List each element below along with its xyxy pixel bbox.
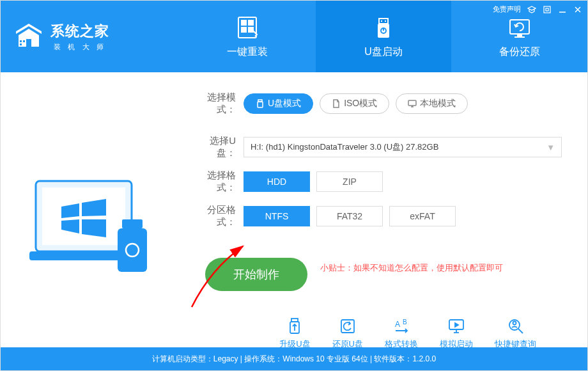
svg-line-41 xyxy=(518,329,523,333)
svg-rect-17 xyxy=(546,8,548,11)
graduation-icon[interactable] xyxy=(527,5,536,14)
chevron-down-icon: ▼ xyxy=(546,143,555,152)
svg-rect-10 xyxy=(385,20,386,22)
svg-rect-15 xyxy=(514,36,525,38)
settings-icon[interactable] xyxy=(543,5,552,14)
status-footer: 计算机启动类型：Legacy | 操作系统：Windows 10 专业版 64位… xyxy=(1,347,587,370)
partition-row: 分区格式： NTFS FAT32 exFAT xyxy=(192,204,562,228)
backup-restore-icon xyxy=(507,15,532,40)
svg-rect-24 xyxy=(122,219,143,228)
svg-rect-25 xyxy=(118,228,147,272)
close-button[interactable] xyxy=(573,5,582,14)
mode-label: 选择模式： xyxy=(192,91,244,116)
start-row: 开始制作 小贴士：如果不知道怎么配置，使用默认配置即可 xyxy=(192,245,562,291)
mode-iso[interactable]: ISO模式 xyxy=(320,93,389,114)
svg-rect-29 xyxy=(408,100,416,106)
mode-row: 选择模式： U盘模式 ISO模式 本地模式 xyxy=(192,91,562,116)
tab-reinstall[interactable]: 一键重装 xyxy=(180,1,316,72)
partition-exfat[interactable]: exFAT xyxy=(389,206,456,226)
action-upgrade-usb[interactable]: 升级U盘 xyxy=(279,317,310,350)
svg-rect-9 xyxy=(381,20,382,22)
action-hotkey-query[interactable]: 快捷键查询 xyxy=(495,317,536,350)
svg-text:B: B xyxy=(403,319,407,326)
tip-text: 小贴士：如果不知道怎么配置，使用默认配置即可 xyxy=(320,262,503,274)
app-header: 系统之家 装 机 大 师 一键重装 U盘启动 备份还原 免责声明 xyxy=(1,1,587,72)
svg-rect-4 xyxy=(241,20,247,26)
minimize-button[interactable] xyxy=(558,5,567,14)
monitor-icon xyxy=(447,317,466,336)
tab-usb-boot[interactable]: U盘启动 xyxy=(316,1,452,72)
usb-value: H:I: (hd1) KingstonDataTraveler 3.0 (U盘)… xyxy=(251,141,438,153)
restore-icon xyxy=(338,317,357,336)
svg-rect-5 xyxy=(248,20,254,26)
svg-point-42 xyxy=(513,322,516,325)
usb-dropdown[interactable]: H:I: (hd1) KingstonDataTraveler 3.0 (U盘)… xyxy=(244,137,562,157)
action-format-convert[interactable]: AB 格式转换 xyxy=(385,317,418,350)
logo-subtitle: 装 机 大 师 xyxy=(50,42,109,52)
left-illustration xyxy=(1,72,180,347)
logo-title: 系统之家 xyxy=(50,22,109,41)
format-hdd[interactable]: HDD xyxy=(244,171,310,192)
disclaimer-link[interactable]: 免责声明 xyxy=(493,4,521,14)
bottom-actions: 升级U盘 还原U盘 AB 格式转换 模拟启动 快捷键查询 xyxy=(192,310,562,350)
window-controls: 免责声明 xyxy=(493,4,582,14)
action-simulate-boot[interactable]: 模拟启动 xyxy=(440,317,473,350)
svg-rect-6 xyxy=(241,27,247,33)
usb-label: 选择U盘： xyxy=(192,135,244,159)
svg-rect-1 xyxy=(23,40,25,42)
mode-usb[interactable]: U盘模式 xyxy=(244,93,313,114)
svg-rect-14 xyxy=(517,34,522,36)
svg-rect-16 xyxy=(544,6,550,13)
logo-area: 系统之家 装 机 大 师 xyxy=(1,1,180,72)
partition-fat32[interactable]: FAT32 xyxy=(316,206,383,226)
svg-rect-8 xyxy=(379,19,388,24)
partition-label: 分区格式： xyxy=(192,204,244,228)
svg-rect-28 xyxy=(258,102,263,107)
action-restore-usb[interactable]: 还原U盘 xyxy=(332,317,363,350)
search-person-icon xyxy=(506,317,525,336)
usb-row: 选择U盘： H:I: (hd1) KingstonDataTraveler 3.… xyxy=(192,135,562,159)
mode-local[interactable]: 本地模式 xyxy=(396,93,468,114)
main-content: 选择模式： U盘模式 ISO模式 本地模式 选择U盘： H:I: (hd1) K… xyxy=(1,72,587,347)
settings-panel: 选择模式： U盘模式 ISO模式 本地模式 选择U盘： H:I: (hd1) K… xyxy=(180,72,587,347)
logo-icon xyxy=(13,21,44,52)
usb-boot-icon xyxy=(371,15,396,40)
format-row: 选择格式： HDD ZIP xyxy=(192,170,562,194)
convert-icon: AB xyxy=(392,317,411,336)
format-label: 选择格式： xyxy=(192,170,244,194)
reinstall-icon xyxy=(235,15,260,40)
partition-ntfs[interactable]: NTFS xyxy=(244,206,310,226)
usb-up-icon xyxy=(285,317,304,336)
svg-rect-13 xyxy=(510,20,529,34)
svg-rect-2 xyxy=(20,43,22,45)
svg-text:A: A xyxy=(395,320,400,329)
svg-rect-22 xyxy=(42,187,125,245)
svg-rect-0 xyxy=(20,40,22,42)
start-button[interactable]: 开始制作 xyxy=(205,258,307,291)
format-zip[interactable]: ZIP xyxy=(316,171,383,192)
